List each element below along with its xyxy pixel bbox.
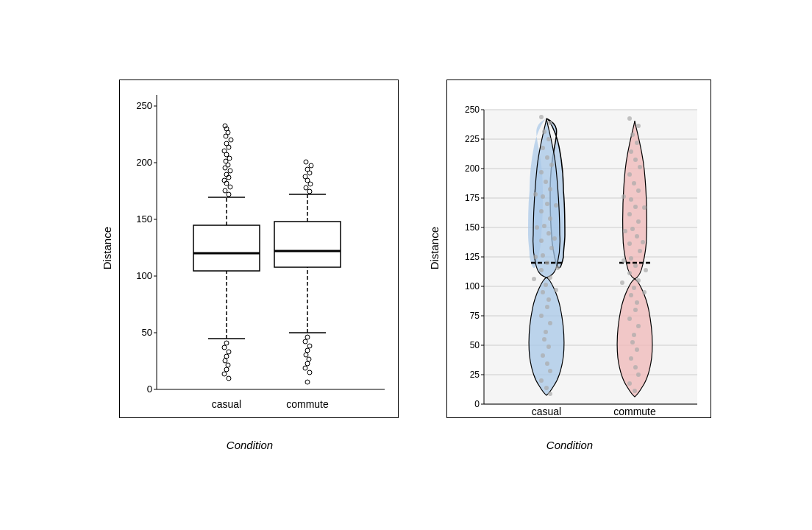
svg-point-153: [554, 203, 558, 208]
svg-point-160: [627, 116, 632, 121]
svg-point-147: [545, 361, 549, 366]
svg-point-134: [545, 261, 549, 265]
boxplot-chart: Distance 0 50: [101, 80, 399, 451]
svg-text:100: 100: [136, 270, 152, 281]
svg-point-129: [542, 224, 546, 228]
svg-point-36: [229, 138, 233, 142]
svg-point-42: [222, 345, 227, 350]
svg-point-154: [535, 225, 539, 230]
svg-point-196: [622, 194, 626, 199]
svg-point-24: [222, 178, 227, 183]
svg-point-64: [309, 163, 313, 168]
svg-point-33: [222, 149, 227, 153]
svg-point-45: [223, 358, 227, 363]
boxplot-x-label: Condition: [227, 439, 273, 451]
svg-point-120: [545, 155, 549, 160]
svg-point-176: [627, 241, 632, 246]
svg-point-182: [632, 286, 636, 290]
svg-point-156: [533, 255, 538, 259]
svg-point-164: [629, 149, 633, 154]
svg-point-61: [303, 174, 307, 179]
svg-point-194: [627, 381, 632, 386]
svg-point-189: [630, 340, 635, 344]
svg-text:125: 125: [465, 252, 480, 262]
svg-point-138: [541, 290, 545, 294]
svg-point-158: [532, 277, 536, 281]
svg-point-73: [303, 366, 307, 370]
charts-container: Distance 0 50: [0, 0, 812, 530]
svg-point-169: [636, 188, 641, 193]
svg-point-197: [642, 205, 647, 210]
violin-x-label: Condition: [546, 439, 593, 451]
svg-point-161: [636, 124, 641, 128]
svg-point-151: [548, 392, 552, 396]
svg-point-70: [304, 353, 308, 357]
svg-point-198: [623, 229, 627, 233]
violin-svg: 0 25 50 75 100 125 150 175 200: [447, 80, 712, 419]
svg-point-43: [227, 350, 231, 354]
svg-point-157: [555, 266, 560, 270]
svg-point-41: [224, 341, 229, 345]
svg-point-127: [539, 209, 544, 213]
svg-point-118: [546, 137, 551, 141]
svg-point-166: [638, 165, 642, 169]
svg-point-146: [541, 353, 545, 358]
svg-point-132: [549, 246, 554, 250]
svg-point-143: [544, 330, 548, 334]
svg-point-163: [635, 141, 639, 145]
violin-plot-area: 0 25 50 75 100 125 150 175 200: [446, 80, 711, 418]
svg-point-201: [644, 268, 648, 272]
svg-point-131: [539, 239, 544, 243]
svg-point-121: [549, 163, 554, 167]
svg-point-69: [305, 348, 310, 353]
svg-point-22: [228, 185, 232, 189]
svg-point-170: [629, 197, 633, 202]
svg-point-180: [627, 271, 632, 275]
svg-point-130: [546, 231, 551, 236]
svg-text:200: 200: [136, 157, 152, 168]
svg-point-195: [633, 389, 637, 393]
svg-point-122: [539, 170, 544, 174]
svg-point-117: [542, 130, 546, 134]
svg-point-155: [552, 236, 557, 241]
svg-text:0: 0: [474, 399, 480, 409]
svg-point-200: [622, 258, 626, 263]
svg-text:250: 250: [465, 105, 480, 115]
svg-point-119: [541, 146, 545, 150]
svg-text:25: 25: [470, 370, 480, 380]
svg-point-171: [633, 205, 638, 209]
boxplot-svg: 0 50 100 150 200 250: [120, 80, 399, 419]
svg-point-144: [542, 337, 546, 342]
svg-point-137: [544, 283, 548, 287]
svg-point-167: [627, 172, 632, 177]
svg-text:100: 100: [465, 281, 480, 292]
svg-point-175: [635, 234, 639, 239]
svg-point-128: [548, 216, 552, 221]
svg-text:commute: commute: [613, 406, 656, 417]
svg-point-21: [223, 188, 227, 193]
svg-point-27: [228, 169, 232, 173]
svg-point-58: [304, 186, 308, 190]
svg-text:0: 0: [147, 384, 152, 395]
svg-text:50: 50: [142, 327, 152, 338]
svg-point-179: [633, 264, 638, 268]
svg-point-174: [630, 227, 635, 231]
svg-rect-18: [193, 225, 260, 271]
svg-text:250: 250: [136, 100, 152, 111]
svg-text:200: 200: [465, 163, 480, 174]
violin-y-label: Distance: [428, 227, 441, 269]
svg-point-188: [632, 333, 636, 337]
svg-point-75: [305, 380, 310, 384]
svg-text:225: 225: [465, 134, 480, 144]
svg-point-186: [627, 317, 632, 321]
svg-point-35: [224, 141, 229, 146]
svg-point-74: [307, 370, 312, 375]
svg-text:casual: casual: [212, 398, 241, 410]
svg-point-139: [546, 297, 551, 302]
svg-point-25: [227, 175, 231, 180]
svg-point-125: [541, 194, 545, 199]
svg-point-140: [545, 305, 549, 309]
svg-point-187: [636, 324, 641, 328]
svg-point-23: [224, 181, 229, 186]
svg-point-185: [633, 308, 638, 312]
